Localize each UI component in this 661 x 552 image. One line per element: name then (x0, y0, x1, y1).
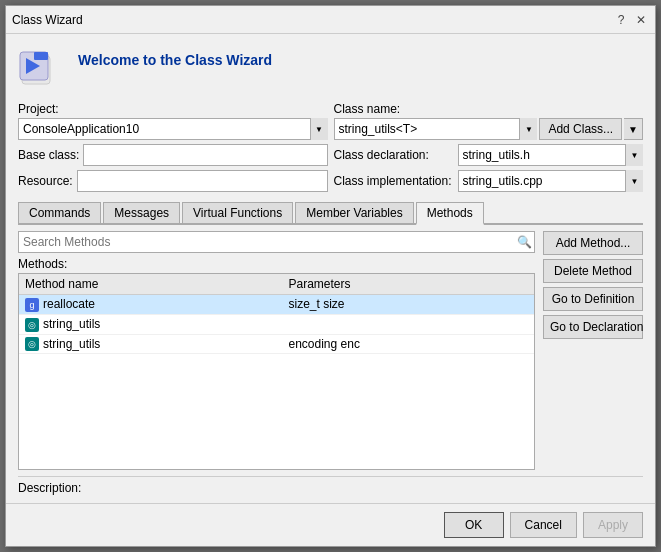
col-method-name: Method name (19, 274, 282, 295)
method-icon: ◎ (25, 318, 39, 332)
dialog-content: Welcome to the Class Wizard Project: Con… (6, 34, 655, 503)
tab-member-variables[interactable]: Member Variables (295, 202, 413, 223)
method-name-cell: ◎string_utils (19, 334, 282, 354)
title-bar-controls: ? ✕ (613, 12, 649, 28)
close-button[interactable]: ✕ (633, 12, 649, 28)
go-to-declaration-button[interactable]: Go to Declaration (543, 315, 643, 339)
description-row: Description: (18, 476, 643, 495)
cancel-button[interactable]: Cancel (510, 512, 577, 538)
methods-label: Methods: (18, 257, 535, 271)
resource-row: Resource: (18, 170, 328, 192)
svg-rect-3 (34, 52, 48, 60)
search-button[interactable]: 🔍 (514, 232, 534, 252)
classname-select[interactable]: string_utils<T> (334, 118, 538, 140)
classname-row: string_utils<T> ▼ Add Class... ▼ (334, 118, 644, 140)
classname-label: Class name: (334, 102, 644, 116)
base-class-row: Base class: (18, 144, 328, 166)
title-bar-left: Class Wizard (12, 13, 83, 27)
wizard-icon (18, 44, 66, 92)
tab-methods[interactable]: Methods (416, 202, 484, 225)
title-bar-title: Class Wizard (12, 13, 83, 27)
table-row[interactable]: ◎string_utils (19, 314, 534, 334)
description-label: Description: (18, 481, 81, 495)
col-parameters: Parameters (282, 274, 534, 295)
class-impl-select[interactable]: string_utils.cpp (458, 170, 644, 192)
method-name-cell: ◎string_utils (19, 314, 282, 334)
tab-virtual-functions[interactable]: Virtual Functions (182, 202, 293, 223)
tabs-row: Commands Messages Virtual Functions Memb… (18, 202, 643, 225)
class-decl-label: Class declaration: (334, 148, 454, 162)
method-name-cell: greallocate (19, 295, 282, 315)
add-class-split-button[interactable]: ▼ (624, 118, 643, 140)
project-select-wrap: ConsoleApplication10 ▼ (18, 118, 328, 140)
classname-section: Class name: string_utils<T> ▼ Add Class.… (334, 102, 644, 140)
top-form: Project: ConsoleApplication10 ▼ Class na… (18, 102, 643, 196)
dialog-footer: OK Cancel Apply (6, 503, 655, 546)
left-panel: 🔍 Methods: Method name Parameters (18, 231, 535, 470)
method-params-cell (282, 314, 534, 334)
help-button[interactable]: ? (613, 12, 629, 28)
class-decl-row: Class declaration: string_utils.h ▼ (334, 144, 644, 166)
resource-label: Resource: (18, 174, 73, 188)
header-section: Welcome to the Class Wizard (18, 44, 643, 92)
go-to-definition-button[interactable]: Go to Definition (543, 287, 643, 311)
title-bar: Class Wizard ? ✕ (6, 6, 655, 34)
apply-button[interactable]: Apply (583, 512, 643, 538)
project-select[interactable]: ConsoleApplication10 (18, 118, 328, 140)
class-wizard-dialog: Class Wizard ? ✕ Welcome to the Class Wi… (5, 5, 656, 547)
table-row[interactable]: ◎string_utils encoding enc (19, 334, 534, 354)
class-impl-row: Class implementation: string_utils.cpp ▼ (334, 170, 644, 192)
header-title: Welcome to the Class Wizard (78, 44, 272, 68)
project-label: Project: (18, 102, 328, 116)
right-panel: Add Method... Delete Method Go to Defini… (543, 231, 643, 470)
class-decl-select-wrap: string_utils.h ▼ (458, 144, 644, 166)
add-method-button[interactable]: Add Method... (543, 231, 643, 255)
method-params-cell: encoding enc (282, 334, 534, 354)
project-section: Project: ConsoleApplication10 ▼ (18, 102, 328, 140)
methods-table: Method name Parameters greallocate size_… (18, 273, 535, 470)
delete-method-button[interactable]: Delete Method (543, 259, 643, 283)
base-class-input[interactable] (83, 144, 327, 166)
search-row: 🔍 (18, 231, 535, 253)
ok-button[interactable]: OK (444, 512, 504, 538)
class-decl-select[interactable]: string_utils.h (458, 144, 644, 166)
classname-select-wrap: string_utils<T> ▼ (334, 118, 538, 140)
method-icon: ◎ (25, 337, 39, 351)
tab-commands[interactable]: Commands (18, 202, 101, 223)
class-impl-label: Class implementation: (334, 174, 454, 188)
table-row[interactable]: greallocate size_t size (19, 295, 534, 315)
main-area: 🔍 Methods: Method name Parameters (18, 231, 643, 470)
method-icon: g (25, 298, 39, 312)
resource-input[interactable] (77, 170, 328, 192)
add-class-button[interactable]: Add Class... (539, 118, 622, 140)
tab-messages[interactable]: Messages (103, 202, 180, 223)
method-params-cell: size_t size (282, 295, 534, 315)
base-class-label: Base class: (18, 148, 79, 162)
class-impl-select-wrap: string_utils.cpp ▼ (458, 170, 644, 192)
search-input[interactable] (19, 233, 514, 251)
